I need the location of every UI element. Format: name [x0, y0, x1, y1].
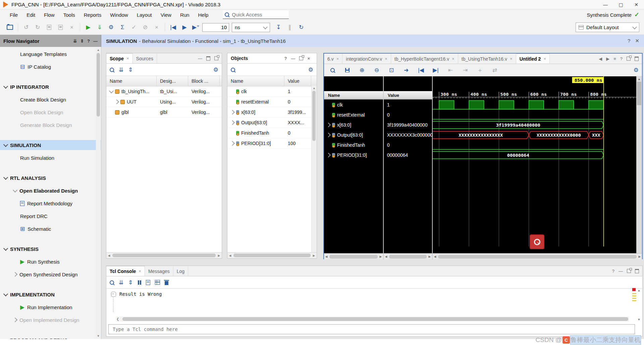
maximize-panel-icon[interactable]	[635, 269, 639, 273]
toggle-columns-icon[interactable]	[155, 280, 160, 285]
wave-canvas-hscrollbar[interactable]: ◀▶	[433, 254, 642, 260]
menu-help[interactable]: Help	[194, 9, 213, 20]
scroll-up-icon[interactable]: ▲	[637, 288, 641, 292]
table-row[interactable]: x[63:0]3f1999...	[227, 107, 317, 118]
collapse-row-icon[interactable]	[111, 292, 116, 297]
float-icon[interactable]	[299, 56, 303, 60]
restart-sim-button[interactable]: |◀	[168, 22, 178, 32]
prev-transition-button[interactable]: ⇤	[445, 65, 455, 75]
redo-button[interactable]: ↻	[33, 22, 43, 32]
scroll-left-icon[interactable]: ◀	[106, 254, 112, 257]
scroll-up-icon[interactable]: ▲	[96, 48, 101, 52]
no-link-button[interactable]: ⊘	[140, 22, 150, 32]
minimize-icon[interactable]: —	[598, 0, 613, 9]
sidebar-item-generate-block-design[interactable]: Generate Block Design	[0, 120, 101, 130]
clear-console-icon[interactable]	[165, 281, 168, 285]
swap-button[interactable]: ⇄	[490, 65, 500, 75]
table-row[interactable]: PERIOD[31:0]100	[227, 138, 317, 149]
tcl-command-box[interactable]	[108, 324, 635, 334]
table-row[interactable]: Output[63:0]XXXX...	[227, 118, 317, 128]
close-tab-icon[interactable]: ×	[452, 56, 454, 61]
scroll-right-icon[interactable]: ▶	[311, 254, 317, 257]
break-button[interactable]: ∥	[285, 22, 295, 32]
scope-tab-scope[interactable]: Scope×	[106, 53, 133, 63]
expand-all-icon[interactable]: ⇕	[128, 280, 133, 285]
table-row[interactable]: tb_UsingTh...tb_Usi...Verilog...	[106, 86, 222, 97]
search-icon[interactable]	[231, 68, 235, 72]
time-unit-select[interactable]: ns	[232, 23, 270, 32]
wave-signal-row[interactable]: FinishedTanh	[324, 140, 383, 150]
sidebar-item-schematic[interactable]: ⊞Schematic	[0, 224, 101, 234]
gear-icon[interactable]: ⚙	[213, 67, 218, 73]
close-tab-icon[interactable]: ×	[510, 56, 513, 61]
layout-select[interactable]: Default Layout	[576, 22, 639, 32]
sidebar-scrollbar[interactable]: ▲ ▼	[96, 48, 101, 338]
menu-file[interactable]: File	[5, 9, 22, 20]
column-header[interactable]: Value	[284, 76, 311, 86]
scroll-up-icon[interactable]: ▲	[636, 76, 642, 81]
min-icon[interactable]: —	[198, 56, 202, 61]
expand-all-icon[interactable]: ⇕	[128, 67, 133, 73]
minimize-panel-icon[interactable]: —	[93, 39, 98, 44]
sidebar-item-synthesis[interactable]: SYNTHESIS	[0, 244, 101, 254]
chevron-down-icon[interactable]	[3, 337, 8, 339]
sidebar-item-report-methodology[interactable]: Report Methodology	[0, 198, 101, 208]
chevron-right-icon[interactable]	[13, 272, 17, 277]
wave-tab-integrationconv-v[interactable]: integrationConv.v×	[342, 54, 391, 64]
chevron-down-icon[interactable]	[3, 84, 8, 89]
sidebar-item-ip-catalog[interactable]: ⊟IP Catalog	[0, 62, 101, 72]
tcl-tab-messages[interactable]: Messages	[145, 266, 173, 276]
add-signal-button[interactable]: ＋	[475, 65, 485, 75]
help-icon[interactable]: ?	[612, 269, 614, 274]
chevron-down-icon[interactable]	[3, 246, 8, 251]
sidebar-item-ip-integrator[interactable]: IP INTEGRATOR	[0, 82, 101, 92]
float-icon[interactable]	[627, 57, 631, 61]
run-button[interactable]: ▶	[83, 22, 93, 32]
wave-signal-row[interactable]: clk	[324, 100, 383, 110]
search-icon[interactable]	[110, 68, 114, 72]
tcl-hscrollbar[interactable]: ❮	[116, 317, 629, 322]
scroll-thumb[interactable]	[122, 317, 628, 321]
wave-name-hscrollbar[interactable]: ◀▶	[324, 254, 384, 260]
copy-log-icon[interactable]	[146, 280, 150, 285]
save-button[interactable]	[342, 65, 352, 75]
sidebar-item-open-block-design[interactable]: Open Block Design	[0, 107, 101, 117]
objects-hscrollbar[interactable]: ◀ ▶	[227, 252, 317, 258]
scroll-right-icon[interactable]: ▶	[216, 254, 222, 257]
table-row[interactable]: UUTUsing...Verilog...	[106, 97, 222, 107]
sidebar-item-program-and-debug[interactable]: PROGRAM AND DEBUG	[0, 335, 101, 339]
undo-button[interactable]: ↺	[21, 22, 31, 32]
maximize-panel-icon[interactable]	[635, 57, 639, 61]
chevron-right-icon[interactable]	[114, 99, 119, 104]
quick-access-input[interactable]	[231, 11, 279, 18]
validate-button[interactable]: ✓	[129, 22, 139, 32]
collapse-all-icon[interactable]: ⇊	[119, 280, 123, 285]
close-icon[interactable]: ✕	[629, 0, 644, 9]
open-project-button[interactable]	[5, 22, 15, 32]
minimize-panel-icon[interactable]: —	[291, 56, 295, 61]
close-icon[interactable]: ×	[307, 56, 310, 61]
run-time-input[interactable]	[202, 23, 229, 32]
chevron-right-icon[interactable]	[326, 123, 331, 127]
chevron-down-icon[interactable]	[3, 142, 8, 147]
scroll-thumb[interactable]	[112, 254, 216, 257]
table-row[interactable]: glblglblVerilog...	[106, 107, 222, 118]
menu-reports[interactable]: Reports	[79, 9, 106, 20]
tcl-command-input[interactable]	[112, 326, 631, 332]
float-icon[interactable]	[214, 56, 218, 60]
sidebar-item-run-simulation[interactable]: Run Simulation	[0, 153, 101, 163]
next-transition-button[interactable]: ⇥	[460, 65, 470, 75]
gear-icon[interactable]: ⚙	[634, 67, 639, 73]
screen-magnifier-overlay[interactable]	[530, 234, 544, 249]
scroll-thumb[interactable]	[97, 53, 100, 117]
menu-run[interactable]: Run	[176, 9, 194, 20]
tcl-tab-log[interactable]: Log	[173, 266, 188, 276]
menu-layout[interactable]: Layout	[132, 9, 156, 20]
menu-edit[interactable]: Edit	[22, 9, 40, 20]
chevron-down-icon[interactable]	[13, 188, 17, 193]
wave-tab-tb-usingthetanh16-v[interactable]: tb_UsingTheTanh16.v×	[458, 54, 516, 64]
relaunch-button[interactable]: ↻	[296, 22, 306, 32]
run-until-button[interactable]: ↧	[273, 22, 283, 32]
collapse-all-icon[interactable]: ⇊	[119, 67, 123, 73]
scope-hscrollbar[interactable]: ◀ ▶	[106, 252, 222, 258]
